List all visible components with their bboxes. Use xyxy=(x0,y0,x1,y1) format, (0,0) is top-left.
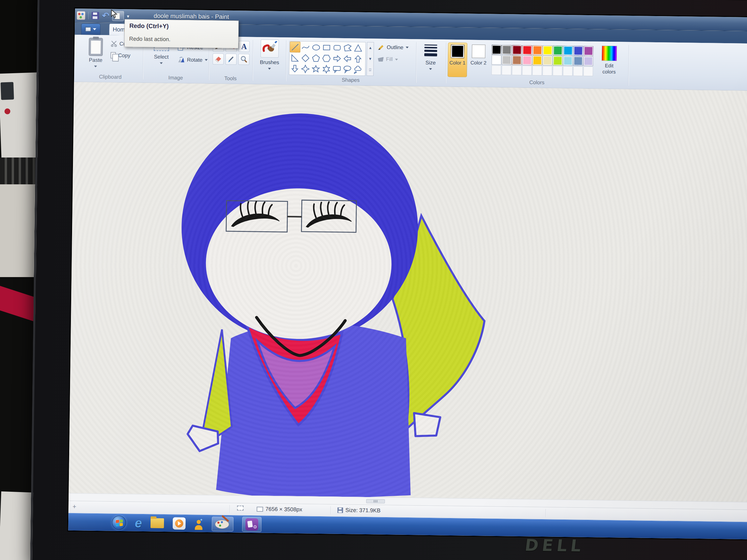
cursor-position-indicator: + xyxy=(73,503,76,510)
shape-hexagon[interactable] xyxy=(321,53,332,63)
paint-palette-icon xyxy=(215,518,231,530)
shape-arrow-down[interactable] xyxy=(289,63,300,74)
palette-swatch[interactable] xyxy=(512,55,522,65)
palette-swatch[interactable] xyxy=(501,65,511,75)
color2-swatch xyxy=(472,45,486,58)
size-label: Size xyxy=(426,60,436,65)
palette-swatch[interactable] xyxy=(491,65,501,75)
paint-app-icon[interactable] xyxy=(77,11,85,20)
shape-line[interactable] xyxy=(290,42,300,53)
palette-swatch[interactable] xyxy=(533,45,542,55)
shape-curve[interactable] xyxy=(300,42,311,53)
palette-swatch[interactable] xyxy=(543,46,552,55)
taskbar-internet-explorer[interactable]: e xyxy=(135,516,142,529)
shape-triangle[interactable] xyxy=(353,42,363,53)
palette-swatch[interactable] xyxy=(563,56,573,65)
start-button[interactable] xyxy=(112,516,126,530)
palette-swatch[interactable] xyxy=(542,66,552,76)
palette-swatch[interactable] xyxy=(584,56,593,66)
palette-swatch[interactable] xyxy=(584,46,593,56)
shape-callout-oval[interactable] xyxy=(342,64,353,75)
palette-swatch[interactable] xyxy=(583,66,593,76)
taskbar-paint-active[interactable] xyxy=(212,516,234,531)
palette-swatch[interactable] xyxy=(563,66,572,76)
rotate-button[interactable]: Rotate xyxy=(178,57,208,63)
paint-menu-button[interactable] xyxy=(81,23,101,35)
palette-swatch[interactable] xyxy=(512,45,522,55)
edit-colors-button[interactable]: Edit colors xyxy=(598,46,620,75)
shape-rounded-rectangle[interactable] xyxy=(332,42,342,53)
shape-ellipse[interactable] xyxy=(311,42,321,53)
palette-swatch[interactable] xyxy=(573,66,583,76)
shape-star-6[interactable] xyxy=(321,63,332,74)
fill-button[interactable]: Fill xyxy=(378,56,409,63)
shape-polygon[interactable] xyxy=(342,42,353,53)
paint-canvas[interactable] xyxy=(69,82,747,502)
shapes-scrollbar[interactable]: ▲ ▼ ⍗ xyxy=(366,42,374,76)
taskbar-messenger[interactable]: ✦ xyxy=(194,517,203,530)
palette-swatch[interactable] xyxy=(492,45,501,55)
paste-button[interactable]: Paste xyxy=(84,37,107,72)
shape-arrow-left[interactable] xyxy=(342,53,353,64)
magnifier-tool[interactable] xyxy=(238,54,250,65)
outline-button[interactable]: Outline xyxy=(378,44,409,51)
shape-pentagon[interactable] xyxy=(311,53,321,63)
palette-swatch[interactable] xyxy=(573,46,583,55)
shapes-scroll-up-icon[interactable]: ▲ xyxy=(368,46,372,50)
palette-swatch[interactable] xyxy=(553,46,563,55)
palette-swatch[interactable] xyxy=(553,56,563,65)
palette-swatch[interactable] xyxy=(522,65,532,75)
shape-arrow-up[interactable] xyxy=(353,53,363,64)
shape-arrow-right[interactable] xyxy=(332,53,342,63)
color1-button[interactable]: Color 1 xyxy=(447,43,467,77)
qat-dropdown-arrow[interactable]: ▾ xyxy=(127,14,129,19)
palette-swatch[interactable] xyxy=(553,66,562,76)
save-button[interactable] xyxy=(92,12,99,20)
palette-swatch[interactable] xyxy=(502,55,512,65)
shape-diamond[interactable] xyxy=(300,53,311,63)
shapes-scroll-down-icon[interactable]: ▼ xyxy=(368,57,372,61)
status-separator xyxy=(545,509,546,517)
disk-icon xyxy=(337,507,343,513)
shapes-group-label: Shapes xyxy=(288,76,414,84)
palette-swatch[interactable] xyxy=(502,45,512,55)
palette-swatch[interactable] xyxy=(522,45,532,55)
taskbar-photo-app-active[interactable] xyxy=(242,517,262,532)
text-tool[interactable]: A xyxy=(238,41,250,52)
shape-right-triangle[interactable] xyxy=(290,53,300,63)
color-picker-tool[interactable] xyxy=(226,54,237,65)
brushes-button[interactable]: Brushes xyxy=(257,39,282,71)
shape-callout-cloud[interactable] xyxy=(353,64,363,75)
tooltip-body: Redo last action. xyxy=(129,35,171,43)
rotate-dropdown-arrow xyxy=(205,59,208,61)
right-arm xyxy=(414,413,440,436)
shape-rectangle[interactable] xyxy=(321,42,332,53)
taskbar-media-player[interactable] xyxy=(173,517,186,530)
redo-button[interactable] xyxy=(112,11,124,21)
undo-button[interactable]: ↶ xyxy=(102,12,109,20)
copy-button[interactable]: Copy xyxy=(110,52,130,59)
scrollbar-grip[interactable] xyxy=(366,499,385,503)
palette-swatch[interactable] xyxy=(563,46,573,55)
select-label: Select xyxy=(154,54,169,60)
size-button[interactable]: Size xyxy=(420,43,441,71)
color2-button[interactable]: Color 2 xyxy=(469,43,488,78)
palette-swatch[interactable] xyxy=(522,55,532,65)
shapes-gallery xyxy=(289,41,366,76)
palette-swatch[interactable] xyxy=(512,65,521,75)
file-size: Size: 371.9KB xyxy=(345,507,381,514)
fill-label: Fill xyxy=(386,56,393,62)
shape-star-5[interactable] xyxy=(310,63,321,74)
shapes-expand-icon[interactable]: ⍗ xyxy=(369,68,371,72)
palette-swatch[interactable] xyxy=(532,65,542,75)
shape-callout-rectangle[interactable] xyxy=(332,63,342,74)
shape-star-4[interactable] xyxy=(300,63,310,74)
palette-swatch[interactable] xyxy=(573,56,583,65)
palette-swatch[interactable] xyxy=(533,55,542,65)
palette-swatch[interactable] xyxy=(543,56,552,65)
selection-size-icon xyxy=(237,505,243,510)
eraser-tool[interactable] xyxy=(213,53,224,64)
taskbar-windows-explorer[interactable] xyxy=(151,518,164,528)
paint-menu-icon xyxy=(85,27,91,31)
palette-swatch[interactable] xyxy=(492,55,501,65)
